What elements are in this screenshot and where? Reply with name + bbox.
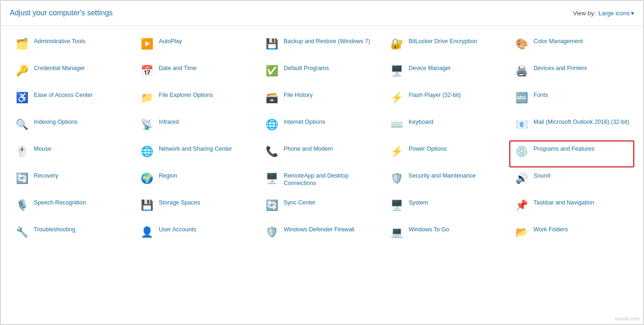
item-fonts[interactable]: 🔤Fonts [509, 87, 634, 114]
backup-restore-label: Backup and Restore (Windows 7) [284, 37, 370, 45]
item-windows-firewall[interactable]: 🛡️Windows Defender Firewall [260, 221, 384, 248]
item-windows-to-go[interactable]: 💻Windows To Go [384, 221, 509, 248]
item-administrative-tools[interactable]: 🗂️Administrative Tools [10, 33, 135, 60]
flash-player-icon: ⚡ [389, 90, 404, 105]
item-internet-options[interactable]: 🌐Internet Options [260, 114, 384, 140]
default-programs-icon: ✅ [264, 64, 279, 78]
internet-options-icon: 🌐 [264, 117, 279, 132]
storage-spaces-label: Storage Spaces [159, 198, 200, 206]
default-programs-label: Default Programs [284, 64, 329, 72]
item-security-maintenance[interactable]: 🛡️Security and Maintenance [384, 167, 509, 194]
item-recovery[interactable]: 🔄Recovery [10, 167, 135, 194]
item-indexing-options[interactable]: 🔍Indexing Options [10, 114, 135, 140]
sync-center-label: Sync Center [284, 198, 316, 206]
mouse-label: Mouse [34, 144, 52, 153]
phone-modem-icon: 📞 [264, 144, 279, 159]
item-flash-player[interactable]: ⚡Flash Player (32-bit) [384, 87, 509, 114]
item-autoplay[interactable]: ▶️AutoPlay [135, 33, 260, 60]
windows-firewall-icon: 🛡️ [264, 225, 279, 240]
item-speech-recognition[interactable]: 🎙️Speech Recognition [10, 194, 135, 221]
programs-features-icon: 💿 [514, 144, 529, 159]
item-remoteapp[interactable]: 🖥️RemoteApp and Desktop Connections [260, 167, 384, 194]
item-troubleshooting[interactable]: 🔧Troubleshooting [10, 221, 135, 248]
item-devices-printers[interactable]: 🖨️Devices and Printers [509, 60, 634, 87]
autoplay-icon: ▶️ [139, 37, 154, 51]
mouse-icon: 🖱️ [14, 144, 29, 159]
item-backup-restore[interactable]: 💾Backup and Restore (Windows 7) [260, 33, 384, 60]
keyboard-icon: ⌨️ [389, 117, 404, 132]
system-label: System [409, 198, 428, 206]
item-phone-modem[interactable]: 📞Phone and Modem [260, 140, 384, 167]
power-options-label: Power Options [409, 144, 447, 153]
item-work-folders[interactable]: 📂Work Folders [509, 221, 634, 248]
autoplay-label: AutoPlay [159, 37, 182, 45]
work-folders-icon: 📂 [514, 225, 529, 240]
windows-firewall-label: Windows Defender Firewall [284, 225, 354, 233]
item-date-time[interactable]: 📅Date and Time [135, 60, 260, 87]
page-title: Adjust your computer's settings [10, 9, 113, 17]
devices-printers-label: Devices and Printers [533, 64, 587, 72]
item-user-accounts[interactable]: 👤User Accounts [135, 221, 260, 248]
item-power-options[interactable]: ⚡Power Options [384, 140, 509, 167]
watermark: wsxdn.com [615, 316, 640, 321]
item-mouse[interactable]: 🖱️Mouse [10, 140, 135, 167]
device-manager-label: Device Manager [409, 64, 451, 72]
item-infrared[interactable]: 📡Infrared [135, 114, 260, 140]
item-network-sharing[interactable]: 🌐Network and Sharing Center [135, 140, 260, 167]
power-options-icon: ⚡ [389, 144, 404, 159]
security-maintenance-icon: 🛡️ [389, 171, 404, 186]
item-region[interactable]: 🌍Region [135, 167, 260, 194]
ease-of-access-label: Ease of Access Center [34, 90, 92, 99]
item-file-explorer[interactable]: 📁File Explorer Options [135, 87, 260, 114]
ease-of-access-icon: ♿ [14, 90, 29, 105]
file-history-label: File History [284, 90, 313, 99]
item-system[interactable]: 🖥️System [384, 194, 509, 221]
item-default-programs[interactable]: ✅Default Programs [260, 60, 384, 87]
administrative-tools-label: Administrative Tools [34, 37, 85, 45]
item-credential-manager[interactable]: 🔑Credential Manager [10, 60, 135, 87]
programs-features-label: Programs and Features [533, 144, 594, 153]
item-ease-of-access[interactable]: ♿Ease of Access Center [10, 87, 135, 114]
storage-spaces-icon: 💾 [139, 198, 154, 213]
view-by-dropdown[interactable]: Large icons ▾ [598, 10, 634, 17]
item-bitlocker[interactable]: 🔐BitLocker Drive Encryption [384, 33, 509, 60]
item-file-history[interactable]: 🗃️File History [260, 87, 384, 114]
taskbar-navigation-label: Taskbar and Navigation [533, 198, 594, 206]
speech-recognition-icon: 🎙️ [14, 198, 29, 213]
flash-player-label: Flash Player (32-bit) [409, 90, 461, 99]
item-device-manager[interactable]: 🖥️Device Manager [384, 60, 509, 87]
item-storage-spaces[interactable]: 💾Storage Spaces [135, 194, 260, 221]
main-content: 🗂️Administrative Tools▶️AutoPlay💾Backup … [0, 26, 644, 325]
fonts-label: Fonts [533, 90, 548, 99]
region-label: Region [159, 171, 177, 179]
item-sync-center[interactable]: 🔄Sync Center [260, 194, 384, 221]
item-color-management[interactable]: 🎨Color Management [509, 33, 634, 60]
items-grid: 🗂️Administrative Tools▶️AutoPlay💾Backup … [10, 33, 634, 248]
item-sound[interactable]: 🔊Sound [509, 167, 634, 194]
infrared-icon: 📡 [139, 117, 154, 132]
administrative-tools-icon: 🗂️ [14, 37, 29, 51]
file-explorer-icon: 📁 [139, 90, 154, 105]
remoteapp-icon: 🖥️ [264, 171, 279, 186]
item-taskbar-navigation[interactable]: 📌Taskbar and Navigation [509, 194, 634, 221]
item-keyboard[interactable]: ⌨️Keyboard [384, 114, 509, 140]
troubleshooting-label: Troubleshooting [34, 225, 75, 233]
work-folders-label: Work Folders [533, 225, 568, 233]
view-by-control: View by: Large icons ▾ [573, 10, 634, 17]
backup-restore-icon: 💾 [264, 37, 279, 51]
item-mail-outlook[interactable]: 📧Mail (Microsoft Outlook 2016) (32-bit) [509, 114, 634, 140]
security-maintenance-label: Security and Maintenance [409, 171, 476, 179]
network-sharing-label: Network and Sharing Center [159, 144, 232, 153]
bitlocker-label: BitLocker Drive Encryption [409, 37, 477, 45]
color-management-icon: 🎨 [514, 37, 529, 51]
color-management-label: Color Management [533, 37, 583, 45]
item-programs-features[interactable]: 💿Programs and Features [509, 140, 634, 167]
credential-manager-icon: 🔑 [14, 64, 29, 78]
remoteapp-label: RemoteApp and Desktop Connections [284, 171, 380, 187]
speech-recognition-label: Speech Recognition [34, 198, 86, 206]
indexing-options-icon: 🔍 [14, 117, 29, 132]
mail-outlook-icon: 📧 [514, 117, 529, 132]
windows-to-go-label: Windows To Go [409, 225, 449, 233]
phone-modem-label: Phone and Modem [284, 144, 333, 153]
sync-center-icon: 🔄 [264, 198, 279, 213]
